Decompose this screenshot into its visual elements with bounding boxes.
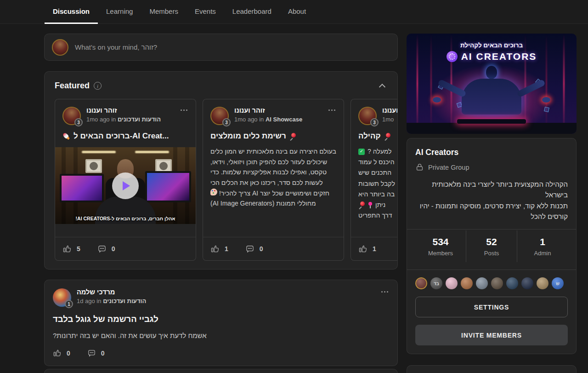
avatar[interactable]: 1 bbox=[53, 288, 71, 307]
play-button[interactable] bbox=[112, 172, 139, 199]
member-avatar[interactable] bbox=[506, 277, 518, 289]
post-title-text: רשימת כלים מומלצים bbox=[210, 132, 286, 141]
current-user-avatar[interactable] bbox=[52, 39, 68, 56]
post-author[interactable]: זוהר וענונו bbox=[234, 107, 302, 114]
like-icon[interactable] bbox=[210, 244, 220, 253]
like-count: 1 bbox=[373, 245, 376, 252]
tab-label: Learning bbox=[106, 7, 133, 15]
post-meta: 1mo bbox=[382, 116, 397, 123]
round-pin-emoji-icon bbox=[368, 202, 373, 208]
avatar[interactable]: 3 bbox=[62, 107, 81, 125]
body-fragment: לקבל תשובות bbox=[358, 178, 395, 189]
post-category[interactable]: AI Showcase bbox=[266, 116, 302, 123]
group-info-card: AI Creators Private Group הקהילה המקצועי… bbox=[407, 138, 577, 354]
body-fragment: דרך התפריט bbox=[358, 210, 392, 221]
comment-count: 0 bbox=[101, 350, 105, 357]
post-title[interactable]: קהילה bbox=[351, 132, 397, 141]
group-name[interactable]: AI Creators bbox=[415, 148, 568, 157]
member-avatar[interactable] bbox=[491, 277, 503, 289]
tab-label: Leaderboard bbox=[232, 7, 271, 15]
post-category[interactable]: הודעות ועדכונים bbox=[118, 116, 161, 123]
top-navigation: Discussion Learning Members Events Leade… bbox=[0, 0, 588, 24]
post-title[interactable]: רשימת כלים מומלצים bbox=[203, 132, 344, 141]
member-avatar[interactable] bbox=[521, 277, 533, 289]
level-badge: 1 bbox=[65, 300, 73, 308]
member-avatar[interactable] bbox=[446, 277, 458, 289]
monitor-right bbox=[145, 171, 191, 202]
member-avatar[interactable] bbox=[537, 277, 548, 289]
post-meta: 1mo ago in הודעות ועדכונים bbox=[86, 116, 161, 123]
info-icon[interactable]: i bbox=[94, 82, 102, 90]
tab-leaderboard[interactable]: Leaderboard bbox=[224, 0, 280, 24]
comment-icon[interactable] bbox=[87, 349, 96, 357]
post-title-text: קהילה bbox=[358, 132, 381, 141]
level-badge: 3 bbox=[74, 118, 83, 126]
group-banner-image[interactable]: ברוכים הבאים לקהילת AI CREATORS bbox=[407, 34, 577, 134]
tab-discussion[interactable]: Discussion bbox=[45, 0, 98, 24]
body-fragment: היכנס ל עמוד bbox=[358, 157, 395, 167]
featured-section: Featured i 3 זוהר וענונו 1mo ago in bbox=[44, 71, 398, 270]
body-fragment: התכנים שיש bbox=[358, 167, 391, 178]
palette-emoji-icon bbox=[210, 189, 217, 195]
tab-members[interactable]: Members bbox=[141, 0, 187, 24]
chevron-up-icon[interactable] bbox=[379, 83, 385, 90]
like-icon[interactable] bbox=[53, 349, 62, 357]
more-options-icon[interactable] bbox=[328, 107, 336, 114]
body-fragment: בה ביותר היא bbox=[358, 189, 395, 200]
member-avatar[interactable] bbox=[415, 277, 427, 289]
post-composer[interactable]: What's on your mind, זוהר? bbox=[44, 34, 398, 61]
check-emoji-icon: ✓ bbox=[358, 149, 365, 155]
tab-about[interactable]: About bbox=[280, 0, 314, 24]
stat-admins[interactable]: 1 Admin bbox=[517, 230, 568, 262]
level-badge: 3 bbox=[370, 118, 379, 126]
tab-label: Events bbox=[195, 7, 216, 15]
settings-button[interactable]: SETTINGS bbox=[415, 297, 568, 317]
tab-label: Members bbox=[149, 7, 178, 15]
member-avatar[interactable] bbox=[476, 277, 488, 289]
featured-card-community[interactable]: 3 זוהר וענונו 1mo קהילה bbox=[351, 99, 397, 261]
featured-card-welcome[interactable]: 3 זוהר וענונו 1mo ago in הודעות ועדכונים bbox=[55, 99, 196, 261]
stat-value: 52 bbox=[466, 236, 517, 247]
feed-post[interactable]: 1 מרדכי שלמה 1d ago in הודעות ועדכונים ל… bbox=[44, 280, 398, 366]
video-caption: אהלן חברים, ברוכים הבאים ל-AI CREATORS! bbox=[55, 216, 196, 221]
tab-learning[interactable]: Learning bbox=[98, 0, 141, 24]
post-author[interactable]: זוהר וענונו bbox=[86, 107, 161, 114]
avatar[interactable]: 3 bbox=[358, 107, 377, 125]
post-body-text: בעולם היצירה עם בינה מלאכותית יש המון כל… bbox=[210, 148, 336, 197]
post-title[interactable]: ברוכים הבאים ל-AI Creat... bbox=[55, 132, 196, 141]
tab-events[interactable]: Events bbox=[187, 0, 224, 24]
comment-icon[interactable] bbox=[97, 244, 107, 253]
member-avatar[interactable]: בד bbox=[430, 277, 442, 289]
post-body: בעולם היצירה עם בינה מלאכותית יש המון כל… bbox=[203, 146, 344, 237]
member-avatar[interactable] bbox=[461, 277, 473, 289]
post-category[interactable]: הודעות ועדכונים bbox=[103, 298, 146, 304]
stat-label: Members bbox=[415, 250, 466, 257]
like-icon[interactable] bbox=[358, 244, 368, 253]
comment-icon[interactable] bbox=[245, 244, 254, 253]
banner-brand-text: AI CREATORS bbox=[461, 51, 537, 62]
body-fragment: ניתן bbox=[375, 200, 385, 210]
more-options-icon[interactable] bbox=[180, 107, 188, 114]
sidebar: ברוכים הבאים לקהילת AI CREATORS AI Creat… bbox=[407, 34, 577, 373]
invite-members-button[interactable]: INVITE MEMBERS bbox=[415, 325, 568, 345]
post-body: אשמח לדעת איך עושים את זה. והאם יש בזה י… bbox=[53, 332, 389, 339]
featured-card-tools[interactable]: 3 זוהר וענונו 1mo ago in AI Showcase bbox=[203, 99, 344, 261]
more-options-icon[interactable] bbox=[380, 288, 389, 295]
video-thumbnail[interactable]: אהלן חברים, ברוכים הבאים ל-AI CREATORS! bbox=[55, 147, 196, 224]
stat-members[interactable]: 534 Members bbox=[415, 230, 466, 262]
like-icon[interactable] bbox=[62, 244, 72, 253]
post-time: 1mo ago in bbox=[234, 116, 264, 123]
studio-light bbox=[135, 151, 169, 153]
banner-figure-hand bbox=[542, 97, 550, 103]
body-fragment: למעלה ? bbox=[368, 146, 391, 157]
post-author[interactable]: זוהר וענונו bbox=[382, 107, 397, 114]
post-title[interactable]: לגביי הרשמה של גוגל בלבד bbox=[53, 314, 389, 324]
post-author[interactable]: מרדכי שלמה bbox=[77, 288, 146, 296]
member-avatar[interactable]: ש bbox=[552, 277, 564, 289]
brain-icon bbox=[447, 51, 458, 62]
feed-column: What's on your mind, זוהר? Featured i 3 bbox=[44, 34, 398, 373]
like-count: 1 bbox=[225, 245, 228, 252]
stat-posts[interactable]: 52 Posts bbox=[466, 230, 517, 262]
comment-count: 0 bbox=[112, 245, 115, 252]
avatar[interactable]: 3 bbox=[210, 107, 229, 125]
